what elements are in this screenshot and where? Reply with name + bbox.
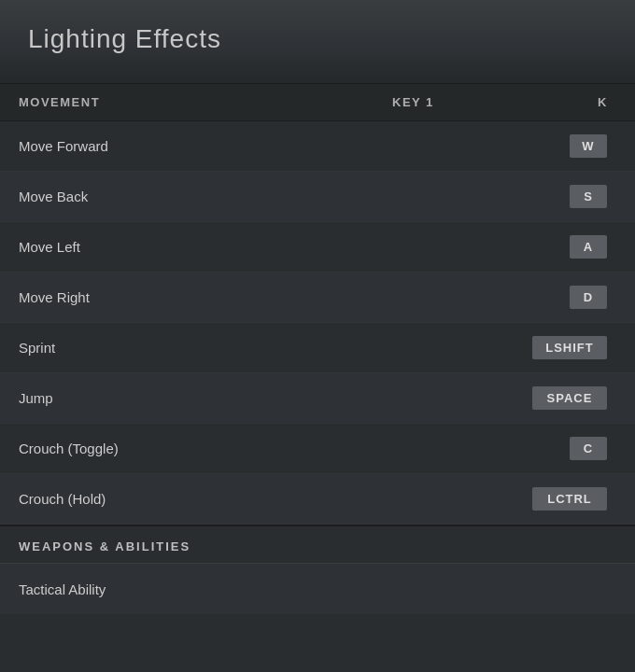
key-badge[interactable]: C [570,437,607,460]
action-label: Crouch (Hold) [19,491,411,507]
key-slot: S [411,185,616,208]
keybind-row-jump[interactable]: Jump SPACE [0,373,635,424]
keybind-row-move-left[interactable]: Move Left A [0,222,635,273]
content: MOVEMENT KEY 1 K Move Forward W Move Bac… [0,84,635,614]
key-badge[interactable]: S [570,185,607,208]
col-key1-header: KEY 1 [392,95,598,109]
key-badge[interactable]: W [570,134,607,158]
key-slot: SPACE [411,386,616,410]
key-slot: W [411,134,616,158]
action-label: Move Back [19,189,411,204]
key-badge[interactable]: D [570,286,607,309]
key-badge[interactable]: SPACE [532,386,607,410]
key-slot: LSHIFT [411,336,616,359]
keybind-row-sprint[interactable]: Sprint LSHIFT [0,323,635,373]
key-badge[interactable]: LSHIFT [532,336,607,359]
keybind-row-move-forward[interactable]: Move Forward W [0,121,635,172]
action-label: Move Forward [19,138,411,154]
key-slot: LCTRL [411,487,616,511]
action-label: Crouch (Toggle) [19,441,411,456]
key-slot: D [411,286,616,309]
action-label: Tactical Ability [19,581,411,597]
col-action-header: MOVEMENT [19,95,392,109]
keybind-row-crouch-toggle[interactable]: Crouch (Toggle) C [0,424,635,474]
page-title: Lighting Effects [28,24,221,54]
col-key2-header: K [598,95,616,109]
header: Lighting Effects [0,0,635,84]
keybind-row-move-right[interactable]: Move Right D [0,273,635,323]
action-label: Move Right [19,289,411,305]
table-header: MOVEMENT KEY 1 K [0,84,635,121]
action-label: Sprint [19,340,411,356]
action-label: Jump [19,390,411,406]
key-slot: A [411,235,616,259]
keybind-row-move-back[interactable]: Move Back S [0,172,635,222]
keybind-row-tactical-ability[interactable]: Tactical Ability [0,564,635,614]
action-label: Move Left [19,239,411,255]
key-badge[interactable]: A [570,235,607,259]
weapons-section-label: WEAPONS & ABILITIES [0,525,635,564]
keybind-row-crouch-hold[interactable]: Crouch (Hold) LCTRL [0,474,635,525]
key-badge[interactable]: LCTRL [532,487,607,511]
key-slot: C [411,437,616,460]
